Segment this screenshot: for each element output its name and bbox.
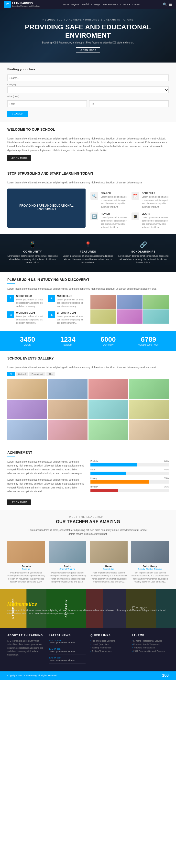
footer-news-date-2: June 27, 2014 [49,648,86,650]
welcome-cta-button[interactable]: Learn More [7,155,31,161]
gallery-text: Lorem ipsum dolor sit amet, consectetuer… [7,366,169,370]
gallery-item-12[interactable] [129,420,169,440]
progress-english-pct: 60% [164,460,169,462]
footer-ltheme-link-2[interactable]: Premium Admin Templates [132,643,169,646]
books-subject1: Mathematics [7,601,169,607]
features-text: Lorem ipsum dolor sit amet consectetuer … [63,254,113,265]
teacher-peter-desc: Post-Impressionism (also spelled Postimp… [90,571,127,584]
search-feature-title: Search [101,192,127,195]
gallery-item-8[interactable] [129,400,169,420]
club-womens-title: Women's Club [16,311,45,314]
feature-schedule: 📅 Schedule Lorem ipsum dolor sit amet co… [131,192,169,209]
gallery-item-10[interactable] [48,420,88,440]
progress-history-fill [90,480,149,484]
footer-link-1[interactable]: Pre and Super Customs [90,639,127,643]
gallery-item-3[interactable] [88,379,128,399]
join-two-col: 1 Sport Club Lorem ipsum dolor sit amet … [7,295,169,325]
nav-home[interactable]: Home [63,3,69,6]
category-label: Category [7,83,169,86]
filter-the-button[interactable]: The [47,372,55,376]
filter-cultural-button[interactable]: Cultural [16,372,28,376]
club-womens-desc: Lorem ipsum dolor sit amet consectetuer … [16,315,45,325]
category-select[interactable] [7,87,169,93]
progress-history-name: History [90,477,97,479]
progress-history: History 75% [90,477,169,484]
gallery-item-7[interactable] [88,400,128,420]
stat-library: 3450 Library [7,336,48,346]
review-feature-desc: Lorem ipsum dolor sit amet consectetuer … [101,216,127,229]
filter-all-button[interactable]: All [7,372,15,376]
footer-ltheme-link-4[interactable]: 2017 Premium Support Courses [132,649,169,653]
hero-section: Helping You to Achieve Your Aims & Dream… [0,9,176,63]
footer-link-4[interactable]: Testing Testimonials [90,649,127,653]
search-button[interactable]: Search [7,111,28,117]
join-divider [7,283,15,284]
stop-section: Stop Struggling and Start Learning Today… [0,166,176,234]
gallery-item-1[interactable] [7,379,47,399]
search-icon[interactable]: 🔍 [163,2,167,6]
achievement-cta-button[interactable]: Learn More [7,499,31,505]
teacher-peter-photo [90,541,127,563]
logo-sub: Learning Management Solutions [12,5,40,7]
hero-description: Bootstrap CSS Framework, and support Fre… [10,41,166,44]
progress-history-bg [90,480,169,484]
welcome-divider [7,133,15,133]
footer-links-title: Quick Links [90,634,127,637]
teachers-grid: Janella Principal Post-Impressionism (al… [7,541,169,584]
nav-ltheme[interactable]: LTheme ▾ [120,3,130,6]
hero-cta-button[interactable]: Learn More [76,48,100,53]
dark-banner-content: 📱 Community Lorem ipsum dolor sit amet c… [7,241,169,265]
find-class-section: Finding your class Category Price (CUR) … [0,63,176,122]
footer-ltheme-link-1[interactable]: LTheme Professional Service [132,639,169,643]
menu-icon[interactable]: ☰ [169,2,172,6]
footer-news-title-3: Lorem ipsum dolor sit amet [49,659,86,661]
logo: LT LT E-LEARNING Learning Management Sol… [4,1,40,8]
schedule-feature-title: Schedule [142,192,169,195]
books-text: Lorem ipsum dolor sit amet, consectetuer… [7,609,169,616]
find-class-title: Finding your class [7,67,169,71]
nav-portfolio[interactable]: Portfolio ▾ [82,3,92,6]
teacher-smith-role: Chief of Training [49,568,87,570]
price-from-input[interactable] [7,100,87,107]
footer-link-3[interactable]: Testing Testimonials [90,646,127,649]
club-literary-title: Literary Club [57,311,86,314]
nav-contact[interactable]: Contact [133,3,140,6]
clubs-grid: 1 Sport Club Lorem ipsum dolor sit amet … [7,295,86,325]
footer-ltheme-link-3[interactable]: Template Marketplace [132,646,169,649]
price-to-input[interactable] [89,100,169,107]
gallery-item-4[interactable] [129,379,169,399]
nav-blog[interactable]: Blog ▾ [94,3,101,6]
club-literary: 4 Literary Club Lorem ipsum dolor sit am… [48,311,86,325]
gallery-item-6[interactable] [48,400,88,420]
gallery-preview-item [117,309,142,323]
progress-math-bg [90,472,169,475]
search-feature-icon: 🔍 [90,192,98,200]
footer-link-2[interactable]: Useful Quantities [90,643,127,646]
learn-feature-text: Learn Lorem ipsum dolor sit amet consect… [142,213,169,229]
scholarships-text: Lorem ipsum dolor sit amet consectetuer … [118,254,169,265]
feature-review: 🔄 Review Lorem ipsum dolor sit amet cons… [90,213,127,229]
stat-multipurpose: 6789 Multipurpose Room [128,336,169,346]
gallery-item-5[interactable] [7,400,47,420]
gallery-item-11[interactable] [88,420,128,440]
search-input[interactable] [7,74,169,81]
stat-stadium: 1234 Stadium [48,336,88,346]
logo-text: LT E-LEARNING [12,2,40,5]
review-feature-icon: 🔄 [90,213,98,220]
scholarships-icon: 🔗 [118,241,169,248]
schedule-feature-icon: 📅 [131,192,139,200]
laptop-preview-area: PROVIDING SAFE AND EDUCATIONAL ENVIROMEN… [7,189,86,228]
leadership-section: Meet the Leadership Our Teacher Are Amaz… [0,510,176,589]
footer-news-title-1: Lorem ipsum dolor sit amet [49,641,86,644]
filter-educational-button[interactable]: Educational [29,372,46,376]
progress-english-fill [90,463,137,466]
progress-math-pct: 45% [164,468,169,471]
nav-post-formats[interactable]: Post Formats ▾ [103,3,118,6]
gallery-item-9[interactable] [7,420,47,440]
nav-pages[interactable]: Pages ▾ [71,3,80,6]
footer-news-date-3: June 27, 2014 [49,657,86,659]
gallery-item-2[interactable] [48,379,88,399]
welcome-text: Lorem ipsum dolor sit amet, consectetuer… [7,137,169,152]
teacher-john-role: Deputy Chief of Training [131,568,169,570]
club-music-desc: Lorem ipsum dolor sit amet consectetuer … [57,298,86,308]
